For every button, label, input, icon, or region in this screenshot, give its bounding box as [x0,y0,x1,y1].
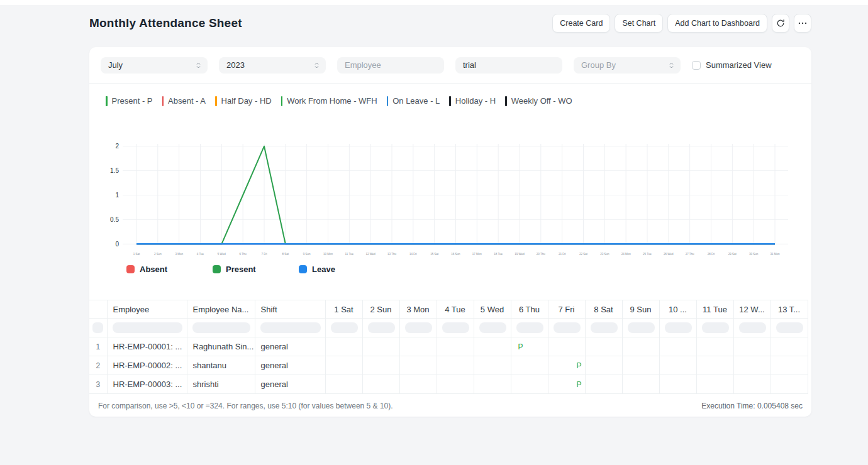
filter-cell-input[interactable] [192,322,250,333]
svg-text:9 Sun: 9 Sun [303,253,311,256]
attendance-cell [437,337,474,356]
column-header[interactable]: 8 Sat [585,300,622,319]
employee-input-placeholder: Employee [345,60,381,70]
svg-text:22 Sat: 22 Sat [579,253,588,256]
employee-cell: HR-EMP-00003: ... [107,375,187,394]
summarized-view-checkbox[interactable] [692,61,701,70]
column-header[interactable]: 13 T... [771,300,808,319]
legend-label: Absent [140,265,167,274]
filter-cell-input[interactable] [776,322,803,333]
column-header[interactable] [89,300,107,319]
page-header: Monthly Attendance Sheet Create Card Set… [89,14,811,33]
group-by-select[interactable]: Group By [574,57,681,74]
execution-time: Execution Time: 0.005408 sec [701,402,803,410]
filter-cell-input[interactable] [92,322,103,333]
attendance-cell [659,337,696,356]
column-header[interactable]: 12 W... [733,300,771,319]
menu-button[interactable] [794,14,811,33]
filter-cell-input[interactable] [368,322,395,333]
chart-legend-item: Present [213,265,299,274]
create-card-button[interactable]: Create Card [552,14,610,33]
column-header[interactable]: Shift [255,300,325,319]
svg-text:29 Sat: 29 Sat [728,253,737,256]
filter-cell-input[interactable] [739,322,766,333]
svg-text:0.5: 0.5 [110,216,119,223]
filter-cell-input[interactable] [591,322,618,333]
column-header[interactable]: 7 Fri [548,300,585,319]
ellipsis-icon [798,22,807,25]
filter-cell-input[interactable] [405,322,432,333]
table-header-row: EmployeeEmployee Na...Shift1 Sat2 Sun3 M… [89,300,808,319]
status-legend-item: Work From Home - WFH [281,96,377,106]
svg-text:16 Sun: 16 Sun [451,253,460,256]
filter-cell-input[interactable] [479,322,506,333]
column-header[interactable]: 3 Mon [399,300,437,319]
refresh-button[interactable] [772,14,789,33]
column-header[interactable]: 5 Wed [474,300,511,319]
svg-text:27 Thu: 27 Thu [686,253,694,256]
attendance-cell [696,356,733,375]
shift-cell: general [255,337,325,356]
attendance-cell [437,375,474,394]
filter-cell-input[interactable] [702,322,729,333]
chevron-updown-icon [669,62,674,69]
attendance-cell [733,356,771,375]
column-header[interactable]: 2 Sun [362,300,399,319]
attendance-cell [771,375,808,394]
attendance-cell [622,337,659,356]
column-header[interactable]: 1 Sat [325,300,362,319]
svg-text:11 Tue: 11 Tue [345,253,354,256]
attendance-cell: P [548,375,585,394]
status-legend-label: Holiday - H [455,96,496,106]
employee-name-input[interactable]: trial [455,57,562,74]
status-legend-item: Half Day - HD [215,96,272,106]
status-color-bar [449,96,451,106]
column-header[interactable]: 6 Thu [511,300,548,319]
column-header[interactable]: 4 Tue [437,300,474,319]
employee-name-input-value: trial [463,60,476,70]
column-header[interactable]: 9 Sun [622,300,659,319]
status-legend-label: Present - P [112,96,153,106]
summarized-view-toggle[interactable]: Summarized View [692,60,772,70]
employee-input[interactable]: Employee [337,57,444,74]
attendance-chart: 00.511.521 Sat2 Sun3 Mon4 Tue5 Wed6 Thu7… [89,141,811,267]
filter-cell-input[interactable] [665,322,692,333]
status-color-bar [387,96,389,106]
svg-text:2 Sun: 2 Sun [154,253,162,256]
shift-cell: general [255,375,325,394]
filter-bar: July 2023 Employee trial Group By Summar… [89,47,811,84]
filter-cell-input[interactable] [260,322,321,333]
filter-cell-input[interactable] [554,322,581,333]
filter-cell-input[interactable] [628,322,655,333]
status-color-bar [281,96,283,106]
month-select[interactable]: July [101,57,208,74]
filter-cell-input[interactable] [442,322,469,333]
chart-legend-item: Leave [299,265,385,274]
svg-text:24 Mon: 24 Mon [621,253,632,256]
year-select[interactable]: 2023 [219,57,326,74]
filter-cell-input[interactable] [113,322,182,333]
filter-cell-input[interactable] [516,322,543,333]
svg-text:2: 2 [115,143,119,150]
row-number: 2 [89,356,107,375]
chevron-updown-icon [196,62,201,69]
attendance-cell [362,356,399,375]
svg-text:8 Sat: 8 Sat [282,253,289,256]
column-header[interactable]: 11 Tue [696,300,733,319]
attendance-cell [325,337,362,356]
attendance-cell [474,356,511,375]
refresh-icon [776,19,785,28]
status-legend-label: Half Day - HD [221,96,272,106]
svg-text:20 Thu: 20 Thu [537,253,545,256]
svg-text:1 Sat: 1 Sat [133,253,140,256]
filter-cell-input[interactable] [331,322,358,333]
attendance-cell [362,375,399,394]
set-chart-button[interactable]: Set Chart [615,14,663,33]
status-legend-label: Work From Home - WFH [287,96,377,106]
add-chart-to-dashboard-button[interactable]: Add Chart to Dashboard [667,14,767,33]
svg-text:15 Sat: 15 Sat [430,253,439,256]
column-header[interactable]: Employee Na... [187,300,255,319]
column-header[interactable]: Employee [107,300,187,319]
attendance-cell [474,375,511,394]
column-header[interactable]: 10 ... [659,300,696,319]
